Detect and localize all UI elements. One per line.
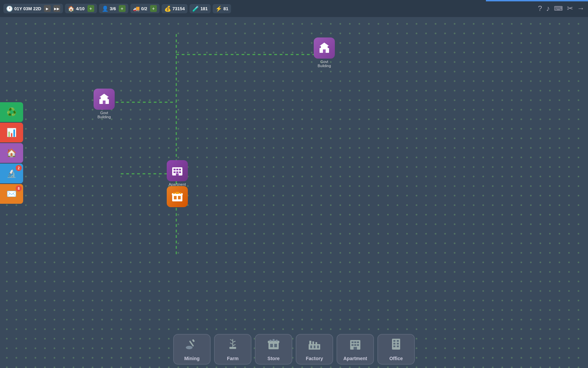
topbar: 🕐 01Y 03M 22D ▶ ▶▶ 🏠 4/10 + 👤 3/6 + 🚚 0/… <box>0 0 588 17</box>
left-sidebar: ♻️ 📊 🏠 🔬 2 ✉️ 8 <box>0 102 23 204</box>
svg-rect-34 <box>192 339 195 342</box>
svg-rect-56 <box>352 341 354 343</box>
apartment-building[interactable]: Apartment <box>167 160 188 186</box>
science-icon: 🔬 <box>6 169 17 178</box>
svg-rect-22 <box>176 171 178 173</box>
scissors-icon[interactable]: ✂ <box>567 4 573 13</box>
svg-rect-61 <box>357 344 359 346</box>
svg-rect-19 <box>176 169 178 170</box>
govt-building-1-label: GovtBuilding <box>317 60 331 68</box>
apartment-icon <box>348 337 362 354</box>
mail-badge: 8 <box>16 185 22 191</box>
svg-rect-8 <box>323 49 326 53</box>
mining-button[interactable]: Mining <box>173 334 211 365</box>
svg-rect-69 <box>397 346 399 347</box>
svg-line-36 <box>230 339 232 341</box>
sidebar-tab-stats[interactable]: 📊 <box>0 123 23 142</box>
svg-line-38 <box>230 343 232 344</box>
svg-rect-26 <box>174 196 177 199</box>
svg-rect-68 <box>393 346 395 347</box>
mail-icon: ✉️ <box>6 189 17 199</box>
svg-rect-24 <box>176 173 179 175</box>
play-button[interactable]: ▶ <box>44 5 51 12</box>
govt-building-2-label: GovtBuilding <box>97 111 111 119</box>
factory-label: Factory <box>306 356 323 361</box>
loading-progress-bar <box>486 0 588 1</box>
factory-icon <box>308 337 321 354</box>
svg-rect-30 <box>176 192 179 194</box>
svg-marker-7 <box>320 43 329 46</box>
apartment-button[interactable]: Apartment <box>337 334 374 365</box>
dot-grid <box>0 17 588 368</box>
govt-building-2[interactable]: GovtBuilding <box>94 89 115 119</box>
add-house-button[interactable]: + <box>87 5 94 12</box>
add-people-button[interactable]: + <box>119 5 126 12</box>
help-icon[interactable]: ? <box>538 4 542 13</box>
svg-rect-64 <box>393 340 395 342</box>
fast-forward-button[interactable]: ▶▶ <box>53 5 60 12</box>
store-building[interactable] <box>167 186 188 207</box>
beakers-value: 181 <box>200 6 208 11</box>
svg-rect-40 <box>229 347 236 349</box>
govt-building-1[interactable]: GovtBuilding <box>314 37 335 68</box>
store-button[interactable]: Store <box>255 334 292 365</box>
sidebar-tab-house[interactable]: 🏠 <box>0 143 23 163</box>
coins-display: 💰 73154 <box>162 4 187 13</box>
svg-rect-23 <box>179 171 181 173</box>
svg-rect-60 <box>354 344 356 346</box>
svg-rect-31 <box>180 193 181 194</box>
houses-display: 🏠 4/10 + <box>65 4 97 13</box>
svg-rect-57 <box>354 341 356 343</box>
svg-rect-20 <box>179 169 181 170</box>
svg-rect-42 <box>270 344 273 347</box>
music-icon[interactable]: ♪ <box>546 4 550 13</box>
svg-rect-66 <box>393 343 395 344</box>
mining-icon <box>185 337 199 354</box>
add-truck-button[interactable]: + <box>150 5 157 12</box>
recycle-icon: ♻️ <box>6 107 17 117</box>
coins-value: 73154 <box>173 6 185 11</box>
svg-rect-63 <box>392 339 400 350</box>
svg-rect-9 <box>321 49 323 51</box>
exit-icon[interactable]: → <box>577 4 585 13</box>
sidebar-tab-science[interactable]: 🔬 2 <box>0 164 23 183</box>
svg-marker-13 <box>99 94 109 97</box>
svg-rect-14 <box>103 101 105 104</box>
farm-button[interactable]: Farm <box>214 334 251 365</box>
svg-rect-35 <box>232 339 233 348</box>
bottom-toolbar: Mining Farm S <box>173 334 415 365</box>
connection-lines <box>0 17 588 368</box>
sidebar-tab-recycle[interactable]: ♻️ <box>0 102 23 122</box>
keyboard-icon[interactable]: ⌨ <box>554 5 563 12</box>
farm-icon <box>226 337 240 354</box>
office-icon <box>389 337 403 354</box>
apartment-building-icon <box>167 160 188 181</box>
svg-rect-21 <box>174 171 176 173</box>
beakers-display: 🧪 181 <box>190 4 211 13</box>
svg-rect-59 <box>352 344 354 346</box>
apartment-label: Apartment <box>343 356 367 361</box>
mining-label: Mining <box>184 356 199 361</box>
office-button[interactable]: Office <box>377 334 415 365</box>
svg-rect-62 <box>354 347 357 350</box>
govt-building-2-icon <box>94 89 115 110</box>
svg-rect-47 <box>276 340 278 341</box>
svg-rect-27 <box>178 196 181 199</box>
svg-rect-41 <box>268 342 279 349</box>
svg-rect-46 <box>273 339 275 341</box>
sidebar-tab-mail[interactable]: ✉️ 8 <box>0 184 23 204</box>
svg-rect-25 <box>172 195 182 201</box>
topbar-right-icons: ? ♪ ⌨ ✂ → <box>538 4 585 13</box>
office-label: Office <box>389 356 403 361</box>
house-icon: 🏠 <box>6 148 17 158</box>
stats-icon: 📊 <box>6 128 17 137</box>
store-building-icon <box>167 186 188 207</box>
factory-button[interactable]: Factory <box>296 334 333 365</box>
svg-rect-10 <box>326 49 328 51</box>
houses-value: 4/10 <box>76 6 84 11</box>
game-area: GovtBuilding GovtBuilding <box>0 17 588 368</box>
svg-rect-67 <box>397 343 399 344</box>
svg-rect-29 <box>173 193 175 194</box>
svg-rect-65 <box>397 340 399 342</box>
svg-rect-16 <box>106 100 108 102</box>
